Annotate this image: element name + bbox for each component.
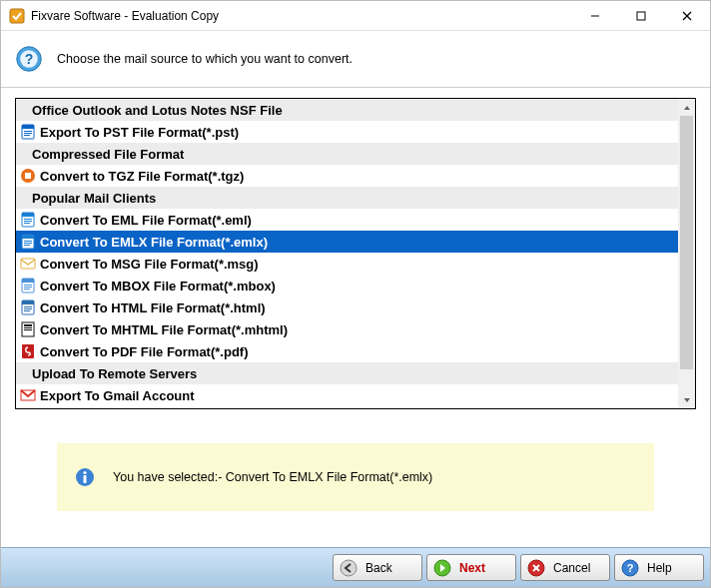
tgz-icon [20,168,36,184]
instruction-text: Choose the mail source to which you want… [57,52,353,66]
list-item-label: Convert To PDF File Format(*.pdf) [40,344,248,359]
list-item[interactable]: Export To PST File Format(*.pst) [16,121,678,143]
list-item[interactable]: Convert To EMLX File Format(*.emlx) [16,231,678,253]
list-item[interactable]: Convert To EML File Format(*.eml) [16,209,678,231]
list-header: Popular Mail Clients [16,187,678,209]
list-header: Upload To Remote Servers [16,362,678,384]
svg-rect-12 [24,135,30,136]
mbox-icon [20,278,36,294]
list-header-label: Office Outlook and Lotus Notes NSF File [32,103,283,118]
svg-rect-17 [24,219,32,220]
svg-rect-37 [24,324,32,326]
outlook-icon [20,124,36,140]
close-button[interactable] [664,1,710,30]
list-item-label: Convert To HTML File Format(*.html) [40,300,266,315]
svg-rect-38 [24,327,32,328]
svg-rect-18 [24,221,32,222]
back-icon [340,559,357,577]
gmail-icon [20,387,36,403]
titlebar: Fixvare Software - Evaluation Copy [1,1,710,31]
svg-text:?: ? [627,562,634,574]
list-item[interactable]: Convert To MBOX File Format(*.mbox) [16,275,678,296]
cancel-button[interactable]: Cancel [520,554,610,581]
cancel-label: Cancel [553,561,590,575]
list-item-label: Convert To MSG File Format(*.msg) [40,257,259,272]
svg-rect-19 [24,223,30,224]
svg-rect-30 [24,289,30,290]
svg-rect-25 [21,259,35,269]
svg-point-43 [83,471,86,474]
footer-bar: Back Next Cancel ? Help [1,547,710,587]
instruction-bar: ? Choose the mail source to which you wa… [1,31,710,88]
next-icon [433,559,451,577]
svg-rect-34 [24,308,32,309]
list-item[interactable]: Convert To PDF File Format(*.pdf) [16,340,678,362]
list-header-label: Popular Mail Clients [32,191,156,206]
list-header: Compressed File Format [16,143,678,165]
list-header-label: Compressed File Format [32,147,184,162]
svg-rect-29 [24,287,32,288]
svg-rect-33 [24,306,32,307]
format-listbox: Office Outlook and Lotus Notes NSF FileE… [15,98,696,409]
maximize-button[interactable] [618,1,664,30]
pdf-icon [20,343,36,359]
scroll-track[interactable] [678,116,695,391]
format-list[interactable]: Office Outlook and Lotus Notes NSF FileE… [16,99,678,408]
emlx-icon [20,234,36,250]
scroll-down-button[interactable] [678,391,695,408]
next-button[interactable]: Next [426,554,516,581]
svg-rect-11 [24,133,32,134]
svg-rect-16 [22,213,34,217]
list-item-label: Convert To MHTML File Format(*.mhtml) [40,322,288,337]
svg-rect-0 [10,9,24,23]
scroll-up-button[interactable] [678,99,695,116]
svg-rect-32 [22,300,34,304]
scrollbar[interactable] [678,99,695,408]
app-icon [9,8,25,24]
eml-icon [20,212,36,228]
scroll-thumb[interactable] [680,116,693,369]
svg-rect-14 [25,173,31,179]
minimize-button[interactable] [572,1,618,30]
html-icon [20,299,36,315]
list-item[interactable]: Export To Gmail Account [16,384,678,406]
svg-rect-22 [24,241,32,242]
status-panel: You have selected:- Convert To EMLX File… [57,443,654,511]
svg-rect-28 [24,285,32,286]
content-area: Office Outlook and Lotus Notes NSF FileE… [1,88,710,547]
info-icon [75,467,95,487]
list-item[interactable]: Convert To HTML File Format(*.html) [16,296,678,318]
svg-rect-35 [24,310,30,311]
list-item[interactable]: Convert To MHTML File Format(*.mhtml) [16,318,678,340]
svg-rect-40 [22,344,34,358]
back-label: Back [365,561,392,575]
next-label: Next [459,561,485,575]
window-title: Fixvare Software - Evaluation Copy [31,9,572,23]
list-item-label: Export To PST File Format(*.pst) [40,125,239,140]
list-item-label: Convert To MBOX File Format(*.mbox) [40,279,276,294]
list-item[interactable]: Convert to TGZ File Format(*.tgz) [16,165,678,187]
svg-rect-39 [24,329,32,330]
help-button[interactable]: ? Help [614,554,704,581]
list-item-label: Convert to TGZ File Format(*.tgz) [40,169,244,184]
list-item[interactable]: Convert To MSG File Format(*.msg) [16,253,678,275]
list-item-label: Export To Gmail Account [40,388,195,403]
list-item-label: Convert To EMLX File Format(*.emlx) [40,235,268,250]
svg-point-45 [341,560,356,576]
question-icon: ? [15,45,43,73]
list-header: Office Outlook and Lotus Notes NSF File [16,99,678,121]
msg-icon [20,256,36,272]
svg-rect-24 [24,245,30,246]
svg-rect-23 [24,243,32,244]
mhtml-icon [20,321,36,337]
help-icon: ? [621,559,639,577]
svg-rect-21 [22,235,34,239]
svg-rect-44 [84,475,87,483]
list-item-label: Convert To EML File Format(*.eml) [40,213,252,228]
svg-text:?: ? [25,51,34,67]
cancel-icon [527,559,545,577]
svg-rect-27 [22,279,34,283]
svg-rect-2 [637,12,645,20]
back-button[interactable]: Back [333,554,422,581]
list-header-label: Upload To Remote Servers [32,366,197,381]
